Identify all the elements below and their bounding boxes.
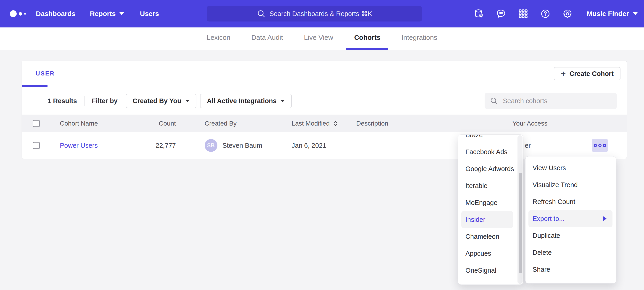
nav-item-reports-label: Reports xyxy=(90,10,116,18)
menu-item-view-users[interactable]: View Users xyxy=(528,160,612,176)
tab-integrations[interactable]: Integrations xyxy=(402,28,437,47)
workspace-switcher[interactable]: Music Finder xyxy=(587,10,638,18)
created-by-filter-label: Created By You xyxy=(133,97,181,105)
submenu-item-braze[interactable]: Braze xyxy=(461,134,513,143)
column-last-modified[interactable]: Last Modified xyxy=(292,120,338,127)
tab-user-cohorts[interactable]: USER xyxy=(36,70,55,77)
results-count: 1 Results xyxy=(48,97,77,105)
column-your-access: Your Access xyxy=(512,120,548,127)
nav-item-dashboards[interactable]: Dashboards xyxy=(36,10,75,18)
cohort-count: 22,777 xyxy=(130,142,176,149)
dot-icon xyxy=(598,144,602,147)
help-icon[interactable] xyxy=(540,9,550,19)
chevron-down-icon xyxy=(633,12,638,15)
chevron-down-icon xyxy=(120,12,124,15)
submenu-item-insider[interactable]: Insider xyxy=(461,211,513,228)
submenu-item-appcues[interactable]: Appcues xyxy=(461,245,513,262)
data-settings-icon[interactable] xyxy=(474,9,484,19)
cohort-name-link[interactable]: Power Users xyxy=(60,142,98,149)
logo-dot-small xyxy=(24,13,26,15)
table-header: Cohort Name Count Created By Last Modifi… xyxy=(22,115,627,132)
section-tabs: Lexicon Data Audit Live View Cohorts Int… xyxy=(0,28,644,50)
logo-dot-medium xyxy=(19,12,22,16)
search-icon xyxy=(257,9,266,18)
avatar: SB xyxy=(204,139,218,152)
integrations-filter[interactable]: All Active Integrations xyxy=(200,94,292,108)
menu-item-export-to[interactable]: Export to... xyxy=(528,210,612,227)
created-by-name: Steven Baum xyxy=(222,142,262,149)
created-by-filter[interactable]: Created By You xyxy=(126,94,196,108)
menu-item-delete[interactable]: Delete xyxy=(528,244,612,261)
filter-by-label: Filter by xyxy=(92,97,118,105)
nav-item-users[interactable]: Users xyxy=(140,10,159,18)
your-access-value: er xyxy=(525,142,531,149)
menu-item-refresh-count[interactable]: Refresh Count xyxy=(528,193,612,210)
divider xyxy=(84,96,84,106)
submenu-item-moengage[interactable]: MoEngage xyxy=(461,194,513,211)
column-count: Count xyxy=(130,120,176,127)
tab-data-audit-label: Data Audit xyxy=(252,34,283,41)
table-row: Power Users 22,777 SB Steven Baum Jan 6,… xyxy=(22,132,627,159)
row-checkbox[interactable] xyxy=(33,142,40,149)
workspace-name: Music Finder xyxy=(587,10,629,18)
tab-lexicon-label: Lexicon xyxy=(207,34,230,41)
top-nav: Dashboards Reports Users Search Dashboar… xyxy=(0,0,644,28)
export-submenu-list: Braze Facebook Ads Google Adwords Iterab… xyxy=(458,134,523,279)
created-by-cell: SB Steven Baum xyxy=(204,139,262,152)
menu-item-duplicate[interactable]: Duplicate xyxy=(528,227,612,244)
last-modified-date: Jan 6, 2021 xyxy=(292,142,326,149)
select-all-checkbox[interactable] xyxy=(33,120,40,127)
nav-item-users-label: Users xyxy=(140,10,159,18)
settings-gear-icon[interactable] xyxy=(562,9,573,19)
tab-lexicon[interactable]: Lexicon xyxy=(207,28,230,47)
submenu-scrollbar-thumb[interactable] xyxy=(519,173,522,273)
export-submenu: Braze Facebook Ads Google Adwords Iterab… xyxy=(458,134,524,285)
chevron-down-icon xyxy=(186,100,190,102)
top-nav-right: Music Finder xyxy=(474,9,644,19)
cohort-search-input[interactable] xyxy=(503,97,612,105)
tab-live-view[interactable]: Live View xyxy=(304,28,333,47)
feedback-icon[interactable] xyxy=(496,9,506,19)
column-description: Description xyxy=(356,120,388,127)
submenu-arrow-icon xyxy=(603,216,606,221)
tab-cohorts[interactable]: Cohorts xyxy=(354,28,380,47)
user-tab-underline xyxy=(22,85,48,87)
filter-bar: 1 Results Filter by Created By You All A… xyxy=(22,87,627,115)
active-tab-underline xyxy=(346,48,388,50)
integrations-filter-label: All Active Integrations xyxy=(207,97,276,105)
panel-header: USER + Create Cohort xyxy=(22,61,627,87)
menu-item-export-to-label: Export to... xyxy=(532,215,564,223)
apps-grid-icon[interactable] xyxy=(518,9,528,19)
menu-item-visualize-trend[interactable]: Visualize Trend xyxy=(528,176,612,193)
submenu-item-facebook-ads[interactable]: Facebook Ads xyxy=(461,143,513,160)
tab-data-audit[interactable]: Data Audit xyxy=(252,28,283,47)
mixpanel-logo[interactable] xyxy=(10,10,26,17)
column-last-modified-label: Last Modified xyxy=(292,120,330,127)
nav-item-dashboards-label: Dashboards xyxy=(36,10,75,18)
cohorts-panel: USER + Create Cohort 1 Results Filter by… xyxy=(22,61,627,159)
global-search-bar[interactable]: Search Dashboards & Reports ⌘K xyxy=(207,6,422,22)
submenu-item-onesignal[interactable]: OneSignal xyxy=(461,262,513,279)
submenu-item-chameleon[interactable]: Chameleon xyxy=(461,228,513,245)
row-actions-button[interactable] xyxy=(592,139,608,152)
logo-dot-large xyxy=(10,10,17,17)
row-context-menu: View Users Visualize Trend Refresh Count… xyxy=(525,156,616,283)
global-search-placeholder: Search Dashboards & Reports ⌘K xyxy=(270,10,372,18)
create-cohort-label: Create Cohort xyxy=(570,70,614,78)
tab-live-view-label: Live View xyxy=(304,34,333,41)
column-created-by: Created By xyxy=(204,120,236,127)
column-cohort-name: Cohort Name xyxy=(60,120,98,127)
chevron-down-icon xyxy=(281,100,285,102)
dot-icon xyxy=(603,144,606,147)
tab-cohorts-label: Cohorts xyxy=(354,34,380,41)
nav-item-reports[interactable]: Reports xyxy=(90,10,124,18)
dot-icon xyxy=(594,144,597,147)
menu-item-share[interactable]: Share xyxy=(528,261,612,278)
submenu-item-google-adwords[interactable]: Google Adwords xyxy=(461,160,513,177)
create-cohort-button[interactable]: + Create Cohort xyxy=(554,67,620,80)
search-icon xyxy=(490,96,498,105)
cohort-search-box xyxy=(484,93,617,109)
sort-icon[interactable] xyxy=(333,120,338,127)
tab-integrations-label: Integrations xyxy=(402,34,437,41)
submenu-item-iterable[interactable]: Iterable xyxy=(461,177,513,194)
